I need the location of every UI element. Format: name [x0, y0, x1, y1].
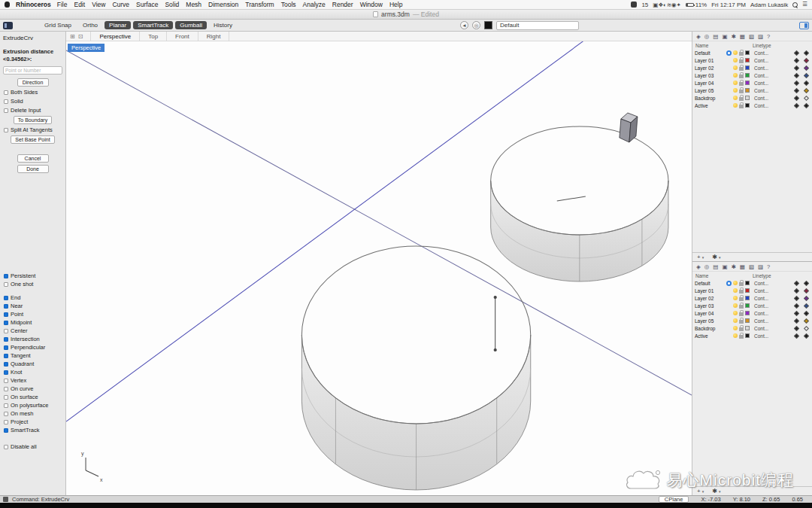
layer-material-icon[interactable] [804, 87, 809, 93]
layer-visibility-bulb-icon[interactable] [733, 96, 738, 100]
layer-color-swatch[interactable] [745, 281, 750, 285]
layer-row[interactable]: Layer 04 Cont... [692, 309, 812, 317]
checkbox[interactable] [4, 379, 8, 383]
extruded-surface-lower[interactable] [301, 246, 530, 490]
layer-color-swatch[interactable] [745, 303, 750, 308]
layer-linetype[interactable]: Cont... [754, 88, 775, 93]
osnap-disable-all-row[interactable]: Disable all [4, 443, 62, 450]
panel-tab-icon[interactable]: ▦ [740, 33, 745, 40]
layer-visibility-bulb-icon[interactable] [733, 73, 738, 78]
layer-row[interactable]: Layer 03 Cont... [692, 302, 812, 309]
checkbox[interactable] [4, 354, 8, 358]
layer-print-color-icon[interactable] [794, 318, 799, 323]
layer-name[interactable]: Active [695, 103, 725, 108]
layer-color-swatch[interactable] [745, 81, 750, 85]
done-button[interactable]: Done [17, 165, 49, 173]
add-layer-button[interactable]: + [697, 254, 701, 260]
menu-item[interactable]: Transform [245, 1, 274, 8]
viewport-layout-icon[interactable]: ⊞ [70, 33, 75, 40]
viewport-title-badge[interactable]: Perspective [68, 44, 105, 52]
layer-lock-icon[interactable] [739, 67, 744, 71]
current-layer-icon[interactable] [726, 50, 732, 56]
layer-linetype[interactable]: Cont... [754, 103, 775, 108]
panel-tab-icon[interactable]: ◎ [704, 263, 710, 270]
layer-linetype[interactable]: Cont... [754, 318, 775, 324]
layer-visibility-bulb-icon[interactable] [733, 303, 738, 308]
layer-material-icon[interactable] [804, 333, 809, 338]
checkbox[interactable] [4, 387, 8, 391]
osnap-snap-row[interactable]: Perpendicular [4, 344, 62, 351]
layer-name[interactable]: Default [695, 281, 725, 286]
menu-item[interactable]: File [57, 1, 68, 8]
layer-name[interactable]: Layer 05 [695, 88, 725, 93]
panel-tab-icon[interactable]: ✱ [732, 33, 736, 40]
layer-visibility-bulb-icon[interactable] [733, 88, 738, 93]
layer-visibility-bulb-icon[interactable] [733, 81, 738, 85]
osnap-snap-row[interactable]: Near [4, 303, 62, 309]
osnap-snap-row[interactable]: Vertex [4, 377, 62, 384]
layer-name[interactable]: Layer 05 [695, 318, 725, 324]
menu-item[interactable]: Edit [74, 1, 85, 8]
checkbox[interactable] [4, 445, 8, 449]
osnap-snap-row[interactable]: Quadrant [4, 360, 62, 367]
app-menu-title[interactable]: Rhinoceros [16, 1, 51, 8]
panel-tab-icon[interactable]: ▤ [713, 263, 718, 270]
layer-material-icon[interactable] [804, 80, 809, 85]
layer-print-color-icon[interactable] [794, 95, 799, 100]
layer-print-color-icon[interactable] [794, 102, 799, 108]
layer-linetype[interactable]: Cont... [754, 311, 775, 316]
notification-icon[interactable] [631, 2, 637, 8]
checkbox[interactable] [4, 128, 8, 132]
layer-print-color-icon[interactable] [794, 310, 799, 315]
menubar-user[interactable]: Adam Lukasik [750, 2, 788, 8]
osnap-snap-row[interactable]: Project [4, 418, 62, 425]
panel-tab-icon[interactable]: ▨ [758, 33, 763, 40]
layer-lock-icon[interactable] [739, 90, 744, 93]
panel-tab-icon[interactable]: ▧ [749, 263, 754, 270]
layer-color-swatch[interactable] [745, 58, 750, 62]
split-at-tangents-row[interactable]: Split At Tangents [4, 126, 62, 133]
layer-linetype[interactable]: Cont... [754, 296, 775, 301]
checkbox[interactable] [4, 274, 8, 278]
osnap-snap-row[interactable]: Tangent [4, 352, 62, 359]
layer-visibility-bulb-icon[interactable] [733, 281, 738, 285]
osnap-snap-row[interactable]: SmartTrack [4, 427, 62, 433]
menubar-clock[interactable]: Fri 12:17 PM [711, 2, 746, 8]
command-line-text[interactable]: Command: ExtrudeCrv [12, 496, 69, 503]
layer-visibility-bulb-icon[interactable] [733, 288, 738, 293]
layer-row[interactable]: Layer 01 Cont... [692, 287, 812, 294]
osnap-snap-row[interactable]: Point [4, 311, 62, 318]
layer-row[interactable]: Layer 02 Cont... [692, 64, 812, 71]
checkbox[interactable] [4, 395, 8, 400]
layer-color-swatch[interactable] [745, 288, 750, 293]
layer-row[interactable]: Backdrop Cont... [692, 94, 812, 102]
layer-visibility-bulb-icon[interactable] [733, 50, 738, 55]
menu-item[interactable]: Mesh [186, 1, 201, 8]
layer-lock-icon[interactable] [739, 305, 744, 309]
checkbox[interactable] [4, 304, 8, 309]
checkbox[interactable] [4, 296, 8, 300]
layer-name[interactable]: Active [695, 333, 725, 339]
layer-row[interactable]: Default Cont... [692, 49, 812, 56]
osnap-snap-row[interactable]: On mesh [4, 410, 62, 417]
layer-lock-icon[interactable] [739, 52, 744, 56]
notification-center-icon[interactable]: ☰ [802, 2, 807, 8]
command-input[interactable] [3, 66, 62, 75]
layer-material-icon[interactable] [804, 72, 809, 78]
spotlight-search-icon[interactable] [792, 2, 798, 8]
toolbar-toggle[interactable]: SmartTrack [133, 21, 173, 29]
toolbar-toggle[interactable]: Ortho [78, 21, 102, 29]
checkbox[interactable] [4, 420, 8, 424]
layer-material-icon[interactable] [804, 310, 809, 315]
layer-row[interactable]: Layer 04 Cont... [692, 79, 812, 87]
current-layer-icon[interactable] [726, 281, 732, 286]
to-boundary-button[interactable]: To Boundary [14, 116, 52, 124]
status-bar-icon[interactable]: ✦ [677, 2, 681, 8]
layer-print-color-icon[interactable] [794, 295, 799, 300]
layer-lock-icon[interactable] [739, 97, 744, 101]
checkbox[interactable] [4, 412, 8, 416]
toolbar-toggle[interactable]: History [209, 21, 237, 29]
layer-linetype[interactable]: Cont... [754, 333, 775, 339]
layer-linetype[interactable]: Cont... [754, 50, 775, 56]
layer-color-swatch[interactable] [745, 50, 750, 55]
